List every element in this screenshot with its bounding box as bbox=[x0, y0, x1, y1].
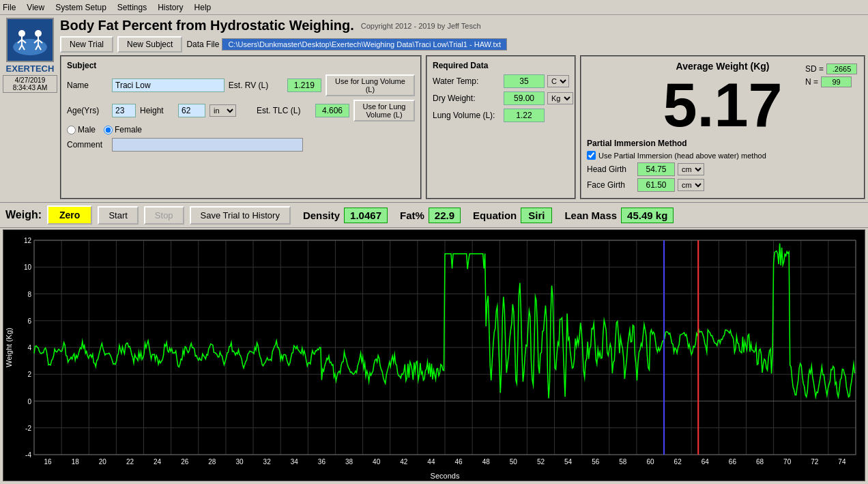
fat-result: Fat% 22.9 bbox=[400, 208, 461, 223]
lean-mass-result: Lean Mass 45.49 kg bbox=[564, 208, 674, 223]
age-input[interactable] bbox=[112, 104, 136, 117]
chart-canvas bbox=[3, 230, 865, 481]
logo-text: EXERTECH bbox=[6, 63, 55, 74]
male-radio[interactable] bbox=[67, 126, 76, 134]
water-temp-input[interactable] bbox=[504, 74, 545, 88]
weigh-label: Weigh: bbox=[5, 209, 42, 221]
use-lung-vol-btn-1[interactable]: Use for Lung Volume (L) bbox=[326, 74, 415, 96]
female-radio[interactable] bbox=[104, 126, 113, 134]
partial-checkbox-label: Use Partial Immersion (head above water)… bbox=[598, 152, 766, 160]
save-trial-button[interactable]: Save Trial to History bbox=[190, 206, 291, 225]
face-girth-label: Face Girth bbox=[587, 180, 635, 190]
est-tlc-label: Est. TLC (L) bbox=[257, 106, 311, 115]
menu-file[interactable]: File bbox=[3, 3, 16, 12]
lung-volume-label: Lung Volume (L): bbox=[433, 111, 501, 120]
menu-history[interactable]: History bbox=[158, 3, 183, 12]
app-title: Body Fat Percent from Hydrostatic Weighi… bbox=[60, 18, 354, 33]
partial-checkbox[interactable] bbox=[587, 151, 596, 160]
svg-point-1 bbox=[13, 39, 47, 55]
est-rv-input[interactable] bbox=[287, 79, 321, 92]
density-label: Density bbox=[303, 210, 340, 221]
name-label: Name bbox=[67, 81, 108, 90]
header-center: Body Fat Percent from Hydrostatic Weighi… bbox=[60, 18, 865, 199]
required-data-panel: Required Data Water Temp: C F Dry Weight… bbox=[426, 55, 576, 199]
density-result: Density 1.0467 bbox=[303, 208, 388, 223]
sd-n-area: SD = N = bbox=[805, 63, 857, 89]
stop-button[interactable]: Stop bbox=[144, 206, 184, 225]
lung-volume-input[interactable] bbox=[504, 109, 545, 122]
menu-view[interactable]: View bbox=[27, 3, 44, 12]
n-label: N = bbox=[805, 77, 818, 87]
subject-panel: Subject Name Est. RV (L) Use for Lung Vo… bbox=[60, 55, 422, 199]
svg-point-2 bbox=[18, 30, 25, 37]
dry-weight-input[interactable] bbox=[504, 91, 545, 105]
height-unit-select[interactable]: in cm bbox=[209, 104, 236, 117]
menu-system-setup[interactable]: System Setup bbox=[55, 3, 106, 12]
face-girth-input[interactable] bbox=[637, 178, 675, 192]
new-trial-button[interactable]: New Trial bbox=[60, 36, 113, 53]
female-radio-label[interactable]: Female bbox=[104, 125, 142, 134]
est-rv-label: Est. RV (L) bbox=[229, 81, 283, 90]
fat-label: Fat% bbox=[400, 210, 424, 221]
logo-area: EXERTECH 4/27/2019 8:34:43 AM bbox=[3, 18, 57, 199]
subject-title: Subject bbox=[67, 61, 415, 70]
partial-immersion-panel: Partial Immersion Method Use Partial Imm… bbox=[587, 139, 858, 192]
menu-help[interactable]: Help bbox=[194, 3, 212, 12]
zero-button[interactable]: Zero bbox=[47, 205, 92, 225]
est-tlc-input[interactable] bbox=[315, 104, 349, 117]
age-label: Age(Yrs) bbox=[67, 106, 108, 115]
required-title: Required Data bbox=[433, 61, 569, 70]
datetime: 4/27/2019 8:34:43 AM bbox=[3, 75, 57, 93]
svg-point-8 bbox=[35, 30, 42, 37]
avg-weight-panel: Average Weight (Kg) 5.17 SD = N = bbox=[580, 55, 865, 199]
equation-label: Equation bbox=[473, 210, 517, 221]
sd-input[interactable] bbox=[826, 63, 857, 74]
menu-settings[interactable]: Settings bbox=[117, 3, 147, 12]
menubar: File View System Setup Settings History … bbox=[0, 0, 868, 15]
logo-box bbox=[6, 18, 54, 62]
comment-label: Comment bbox=[67, 140, 108, 150]
height-label: Height bbox=[140, 106, 174, 115]
head-girth-input[interactable] bbox=[637, 162, 675, 176]
head-girth-label: Head Girth bbox=[587, 165, 635, 174]
height-input[interactable] bbox=[178, 104, 205, 117]
name-input[interactable] bbox=[112, 79, 225, 92]
n-input[interactable] bbox=[821, 76, 852, 87]
dry-weight-unit[interactable]: Kg lb bbox=[547, 92, 573, 104]
density-value: 1.0467 bbox=[344, 208, 388, 223]
male-radio-label[interactable]: Male bbox=[67, 125, 96, 134]
weigh-bar: Weigh: Zero Start Stop Save Trial to His… bbox=[0, 202, 868, 228]
lean-mass-label: Lean Mass bbox=[564, 210, 617, 221]
water-temp-label: Water Temp: bbox=[433, 76, 501, 86]
copyright: Copyright 2012 - 2019 by Jeff Tesch bbox=[361, 22, 481, 30]
partial-title: Partial Immersion Method bbox=[587, 139, 687, 148]
comment-input[interactable] bbox=[112, 138, 303, 152]
start-button[interactable]: Start bbox=[98, 206, 138, 225]
data-file-label: Data File bbox=[186, 40, 219, 49]
new-subject-button[interactable]: New Subject bbox=[117, 36, 182, 53]
dry-weight-label: Dry Weight: bbox=[433, 94, 501, 103]
fat-value: 22.9 bbox=[429, 208, 461, 223]
head-girth-unit[interactable]: cm in bbox=[678, 163, 704, 175]
face-girth-unit[interactable]: cm in bbox=[678, 179, 704, 191]
gender-radio-group: Male Female bbox=[67, 125, 142, 134]
equation-result: Equation Siri bbox=[473, 208, 552, 223]
lean-mass-value: 45.49 kg bbox=[621, 208, 674, 223]
sd-label: SD = bbox=[805, 64, 824, 74]
equation-value: Siri bbox=[521, 208, 552, 223]
data-file-path: C:\Users\Dunkmaster\Desktop\Exertech\Wei… bbox=[222, 38, 507, 51]
water-temp-unit[interactable]: C F bbox=[547, 75, 569, 87]
chart-area bbox=[3, 229, 865, 481]
use-lung-vol-btn-2[interactable]: Use for Lung Volume (L) bbox=[353, 100, 415, 122]
